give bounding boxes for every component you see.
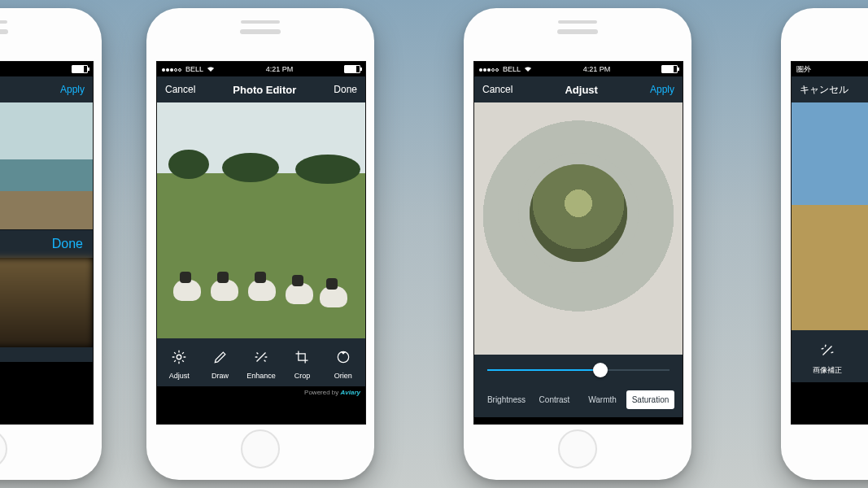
tool-orientation[interactable]: Orien [323,346,364,380]
phone-photo-editor: BELL 4:21 PM Cancel Photo Editor Done Ad… [146,8,374,480]
wifi-icon [524,66,532,72]
adjust-tabs: Brightness Contrast Warmth Saturation [474,390,683,417]
apply-button[interactable]: Apply [60,84,85,95]
tool-enhance-jp[interactable]: 画像補正 [793,340,861,376]
carrier-label: BELL [503,65,521,73]
cancel-button[interactable]: Cancel [165,84,195,95]
clock: 4:21 PM [266,65,294,73]
svg-point-0 [177,355,181,359]
battery-icon [661,65,678,73]
adjust-icon [168,346,190,368]
carrier-label: BELL [185,65,203,73]
slider-area [474,355,683,390]
nav-bar: Cancel Photo Editor Done [157,76,365,102]
photo-canvas[interactable] [157,102,365,338]
powered-by: Powered by Aviary [157,386,365,399]
clock: 4:21 PM [583,65,611,73]
nav-bar: Cancel Adjust Apply [474,76,683,102]
phone-text-editor: 4:21 PM Text Apply ADISE Done e [0,8,102,480]
signal-icon [479,65,499,73]
photo-canvas[interactable] [792,102,868,330]
slider-knob[interactable] [593,363,608,377]
enhance-icon [251,346,272,368]
tab-brightness[interactable]: Brightness [482,390,530,409]
status-bar: BELL 4:21 PM [474,62,683,76]
tool-row: 画像補正 フィルタ フレー [792,330,868,382]
signal-icon [162,65,182,73]
tool-adjust[interactable]: Adjust [159,346,199,380]
photo-canvas[interactable]: ADISE [0,102,93,229]
status-bar: BELL 4:21 PM [157,62,365,76]
tab-saturation[interactable]: Saturation [626,390,674,409]
phone-adjust: BELL 4:21 PM Cancel Adjust Apply Brightn… [464,8,691,480]
cancel-button[interactable]: キャンセル [800,83,848,97]
nav-bar: Text Apply [0,76,93,102]
tab-contrast[interactable]: Contrast [530,390,578,409]
tool-row: Adjust Draw Enhance Crop [157,338,365,386]
tool-filter-jp[interactable]: フィルタ [861,338,868,376]
photo-canvas[interactable] [474,102,683,355]
nav-title: Photo Editor [233,84,296,96]
tool-enhance[interactable]: Enhance [241,346,281,380]
orient-icon [333,346,354,368]
battery-icon [344,65,360,73]
phone-jp-editor: 圏外 4:21 PM キャンセル 写真編集 画像補正 フィルタ [781,8,868,480]
wifi-icon [207,66,215,72]
saturation-slider[interactable] [487,369,670,371]
apply-button[interactable]: Apply [650,84,674,95]
status-bar: 圏外 4:21 PM [792,62,868,76]
status-bar: 4:21 PM [0,62,93,76]
nav-bar: キャンセル 写真編集 [792,76,868,102]
tool-crop[interactable]: Crop [281,346,322,380]
crop-icon [291,346,312,368]
keyboard-accessory: Done [0,229,93,258]
carrier-label: 圏外 [796,64,811,75]
nav-title: Adjust [565,84,597,96]
draw-icon [210,346,231,368]
keyboard-done-button[interactable]: Done [52,237,83,251]
keyboard-blurred [0,258,93,347]
enhance-icon [817,340,838,361]
tool-draw[interactable]: Draw [199,346,240,380]
tab-warmth[interactable]: Warmth [578,390,626,409]
done-button[interactable]: Done [334,84,357,95]
cancel-button[interactable]: Cancel [482,84,513,95]
